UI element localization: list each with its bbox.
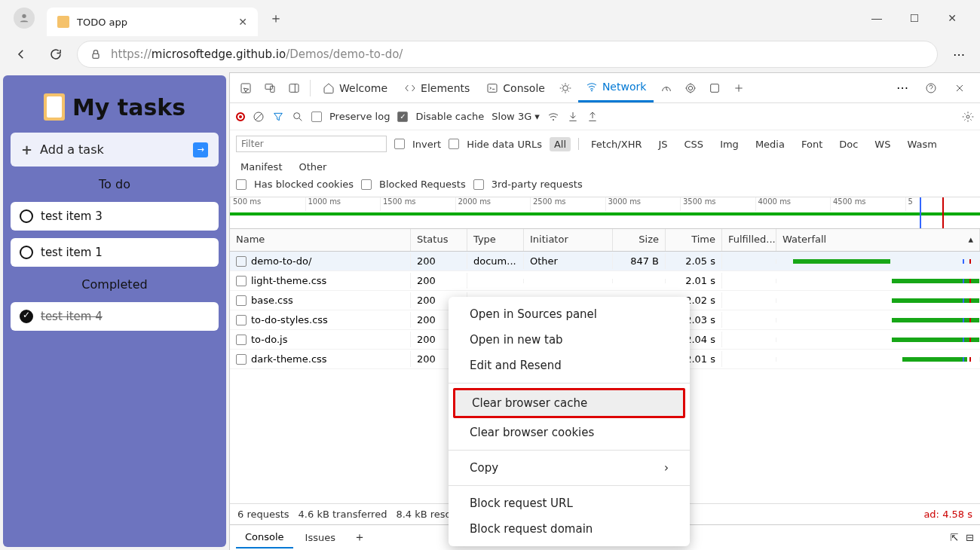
submit-task-icon[interactable]: → xyxy=(193,142,208,157)
table-row[interactable]: demo-to-do/ 200 docum... Other 847 B 2.0… xyxy=(230,252,980,271)
network-timeline[interactable]: 500 ms 1000 ms 1500 ms 2000 ms 2500 ms 3… xyxy=(230,197,980,229)
devtools-more-button[interactable]: ⋯ xyxy=(891,77,914,99)
application-icon[interactable] xyxy=(703,77,726,99)
address-bar[interactable]: https://microsoftedge.github.io/Demos/de… xyxy=(77,41,938,68)
drawer-close-icon[interactable]: ⊟ xyxy=(966,532,974,543)
svg-point-25 xyxy=(966,115,969,118)
menu-clear-cookies[interactable]: Clear browser cookies xyxy=(449,420,690,445)
menu-edit-resend[interactable]: Edit and Resend xyxy=(449,353,690,378)
debug-icon[interactable] xyxy=(554,77,577,99)
tab-close-icon[interactable]: ✕ xyxy=(238,16,247,28)
back-button[interactable] xyxy=(8,41,35,68)
tab-console[interactable]: Console xyxy=(479,73,553,102)
filter-input[interactable] xyxy=(236,136,387,152)
performance-icon[interactable] xyxy=(655,77,678,99)
help-icon[interactable] xyxy=(920,77,942,99)
memory-icon[interactable] xyxy=(679,77,702,99)
drawer-tab-console[interactable]: Console xyxy=(236,527,293,548)
task-item[interactable]: test item 1 xyxy=(11,238,219,267)
drawer-add-tab[interactable]: ＋ xyxy=(348,530,372,545)
drawer-tab-issues[interactable]: Issues xyxy=(296,527,345,548)
throttle-select[interactable]: Slow 3G ▾ xyxy=(492,111,539,122)
devtools-tabstrip: Welcome Elements Console Network ⋯ xyxy=(230,73,980,103)
header-name[interactable]: Name xyxy=(230,229,411,251)
export-icon[interactable] xyxy=(586,111,599,123)
record-button[interactable] xyxy=(236,112,245,121)
header-status[interactable]: Status xyxy=(411,229,467,251)
header-type[interactable]: Type xyxy=(467,229,524,251)
header-waterfall[interactable]: Waterfall▴ xyxy=(776,229,980,251)
timeline-activity-bar xyxy=(230,212,980,215)
task-item[interactable]: test item 4 xyxy=(11,302,219,331)
browser-more-button[interactable]: ⋯ xyxy=(945,41,972,68)
table-row[interactable]: light-theme.css 200 2.01 s xyxy=(230,271,980,291)
svg-rect-3 xyxy=(265,84,272,89)
filter-type[interactable]: Wasm xyxy=(902,137,941,151)
browser-tab[interactable]: TODO app ✕ xyxy=(47,8,258,36)
window-titlebar: TODO app ✕ ＋ ― ☐ ✕ xyxy=(0,0,980,36)
minimize-button[interactable]: ― xyxy=(865,12,888,24)
filter-type[interactable]: Other xyxy=(294,160,331,174)
menu-block-url[interactable]: Block request URL xyxy=(449,490,690,516)
tab-elements[interactable]: Elements xyxy=(397,73,477,102)
refresh-button[interactable] xyxy=(42,41,69,68)
filter-type[interactable]: Fetch/XHR xyxy=(586,137,646,151)
clear-icon[interactable] xyxy=(253,111,265,123)
filter-type[interactable]: Doc xyxy=(835,137,862,151)
third-party-checkbox[interactable] xyxy=(473,179,484,190)
import-icon[interactable] xyxy=(567,111,579,123)
wifi-icon[interactable] xyxy=(547,111,559,123)
tab-welcome[interactable]: Welcome xyxy=(315,73,395,102)
menu-open-sources[interactable]: Open in Sources panel xyxy=(449,301,690,327)
checkbox-checked-icon[interactable] xyxy=(20,310,33,323)
network-toolbar: Preserve log Disable cache Slow 3G ▾ xyxy=(230,103,980,130)
header-time[interactable]: Time xyxy=(666,229,722,251)
network-filters: Invert Hide data URLs All Fetch/XHR JS C… xyxy=(230,130,980,197)
devtools-close-button[interactable] xyxy=(948,77,971,99)
search-icon[interactable] xyxy=(292,111,304,123)
checkbox-icon[interactable] xyxy=(20,209,33,223)
dock-icon[interactable] xyxy=(283,77,305,99)
summary-transferred: 4.6 kB transferred xyxy=(299,509,387,520)
task-item[interactable]: test item 3 xyxy=(11,202,219,231)
close-button[interactable]: ✕ xyxy=(941,12,963,24)
header-fulfilled[interactable]: Fulfilled... xyxy=(722,229,776,251)
filter-icon[interactable] xyxy=(272,111,284,123)
filter-type[interactable]: Font xyxy=(797,137,827,151)
menu-copy[interactable]: Copy› xyxy=(449,455,690,481)
add-task-input[interactable]: + Add a task → xyxy=(11,133,219,167)
filter-type[interactable]: Manifest xyxy=(236,160,286,174)
menu-open-tab[interactable]: Open in new tab xyxy=(449,327,690,353)
menu-block-domain[interactable]: Block request domain xyxy=(449,516,690,542)
menu-clear-cache[interactable]: Clear browser cache xyxy=(455,390,683,416)
tab-network[interactable]: Network xyxy=(578,73,654,102)
filter-type[interactable]: Media xyxy=(751,137,789,151)
new-tab-button[interactable]: ＋ xyxy=(264,6,288,30)
header-initiator[interactable]: Initiator xyxy=(524,229,613,251)
hide-data-urls-checkbox[interactable] xyxy=(449,139,459,149)
disable-cache-label: Disable cache xyxy=(415,111,484,122)
filter-type[interactable]: CSS xyxy=(680,137,709,151)
file-icon xyxy=(236,295,247,306)
maximize-button[interactable]: ☐ xyxy=(903,12,926,24)
task-name: test item 1 xyxy=(41,246,103,259)
settings-icon[interactable] xyxy=(962,111,974,123)
device-icon[interactable] xyxy=(259,77,281,99)
header-size[interactable]: Size xyxy=(613,229,666,251)
filter-type[interactable]: WS xyxy=(870,137,895,151)
drawer-expand-icon[interactable]: ⇱ xyxy=(950,532,958,543)
blocked-requests-checkbox[interactable] xyxy=(361,179,372,190)
preserve-log-checkbox[interactable] xyxy=(311,112,322,122)
profile-icon[interactable] xyxy=(14,8,35,29)
add-task-placeholder: Add a task xyxy=(40,142,185,157)
file-icon xyxy=(236,256,247,267)
inspect-icon[interactable] xyxy=(234,77,257,99)
more-tabs-button[interactable] xyxy=(727,77,750,99)
filter-type-all[interactable]: All xyxy=(550,137,571,151)
disable-cache-checkbox[interactable] xyxy=(397,112,408,122)
filter-type[interactable]: Img xyxy=(715,137,743,151)
filter-type[interactable]: JS xyxy=(654,137,672,151)
blocked-cookies-checkbox[interactable] xyxy=(236,179,247,190)
invert-checkbox[interactable] xyxy=(394,139,405,149)
checkbox-icon[interactable] xyxy=(20,246,33,259)
